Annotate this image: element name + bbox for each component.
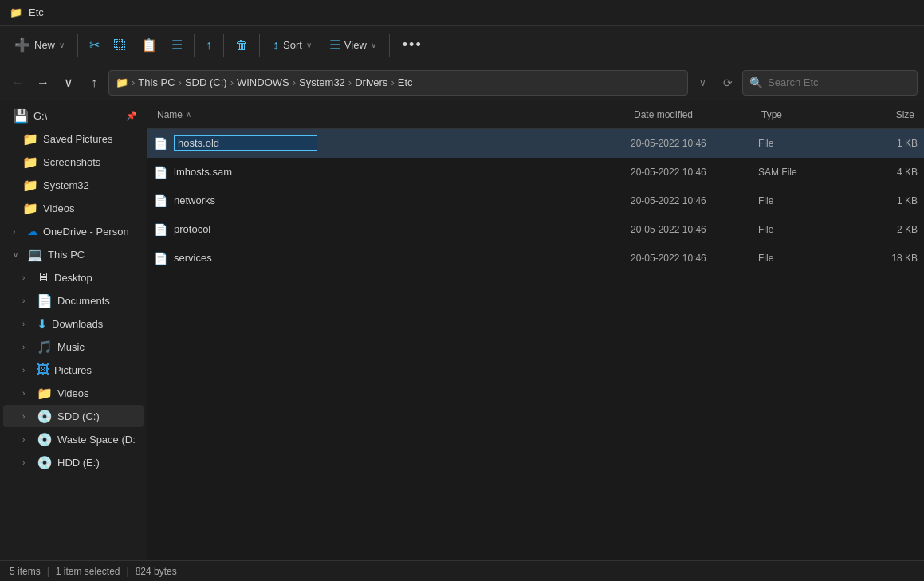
thispc-icon: 💻 — [27, 247, 43, 262]
paste-button[interactable]: 📋 — [135, 33, 163, 57]
waste-icon: 💿 — [37, 432, 53, 447]
sidebar-item-videos-g[interactable]: 📁 Videos — [3, 197, 144, 219]
breadcrumb[interactable]: 📁 › This PC › SDD (C:) › WINDOWS › Syste… — [108, 70, 688, 96]
more-button[interactable]: ••• — [395, 32, 431, 58]
col-date-label: Date modified — [634, 109, 693, 120]
downloads-expand-icon: › — [22, 320, 32, 328]
share-button[interactable]: ↑ — [199, 33, 218, 57]
toolbar-separator-1 — [77, 34, 78, 57]
sidebar-item-downloads[interactable]: › ⬇ Downloads — [3, 312, 144, 335]
sidebar-item-system32[interactable]: 📁 System32 — [3, 174, 144, 196]
sidebar-item-videos-pc[interactable]: › 📁 Videos — [3, 382, 144, 404]
onedrive-expand-icon: › — [13, 227, 22, 236]
breadcrumb-sdd[interactable]: SDD (C:) — [185, 77, 227, 88]
rename-icon: ☰ — [171, 37, 183, 53]
sdd-expand-icon: › — [22, 412, 32, 421]
breadcrumb-expand-button[interactable]: ∨ — [691, 72, 714, 94]
file-size-0: 1 KB — [854, 138, 918, 149]
file-name-2: networks — [174, 194, 631, 206]
forward-button[interactable]: → — [32, 72, 54, 94]
desktop-expand-icon: › — [22, 273, 32, 282]
file-date-0: 20-05-2022 10:46 — [631, 138, 758, 149]
up-button[interactable]: ↑ — [83, 72, 105, 94]
sidebar-item-pictures[interactable]: › 🖼 Pictures — [3, 359, 144, 381]
breadcrumb-sep-4: › — [348, 77, 352, 88]
file-type-1: SAM File — [758, 167, 854, 178]
sidebar-item-hdd-e[interactable]: › 💿 HDD (E:) — [3, 451, 144, 473]
sidebar-item-saved-pictures[interactable]: 📁 Saved Pictures — [3, 128, 144, 150]
breadcrumb-sep-5: › — [391, 77, 394, 88]
table-row[interactable]: 📄 services 20-05-2022 10:46 File 18 KB — [147, 244, 924, 273]
sort-button[interactable]: ↕ Sort ∨ — [265, 33, 320, 57]
status-bar: 5 items | 1 item selected | 824 bytes — [0, 560, 924, 581]
title-bar: 📁 Etc — [0, 0, 924, 26]
cut-icon: ✂ — [89, 37, 100, 53]
thispc-expand-icon: ∨ — [13, 250, 22, 259]
file-name-0 — [174, 135, 631, 151]
rename-button[interactable]: ☰ — [165, 33, 189, 57]
toolbar-separator-2 — [194, 34, 195, 57]
new-button[interactable]: ➕ New ∨ — [6, 33, 73, 57]
sidebar-item-music[interactable]: › 🎵 Music — [3, 336, 144, 358]
sort-icon: ↕ — [273, 38, 279, 53]
file-icon-0: 📄 — [154, 137, 167, 150]
sidebar-item-this-pc[interactable]: ∨ 💻 This PC — [3, 243, 144, 265]
rename-input[interactable] — [174, 135, 317, 151]
col-header-size[interactable]: Size — [854, 109, 918, 120]
hdd-expand-icon: › — [22, 458, 32, 467]
view-chevron-icon: ∨ — [371, 41, 376, 49]
forward-icon: → — [37, 76, 49, 90]
col-header-type[interactable]: Type — [758, 109, 854, 120]
view-label: View — [344, 39, 367, 51]
search-input[interactable] — [768, 77, 910, 88]
table-row[interactable]: 📄 networks 20-05-2022 10:46 File 1 KB — [147, 186, 924, 215]
table-row[interactable]: 📄 20-05-2022 10:46 File 1 KB — [147, 129, 924, 158]
sidebar-item-onedrive[interactable]: › ☁ OneDrive - Person — [3, 220, 144, 242]
delete-icon: 🗑 — [235, 38, 248, 53]
status-sep-2: | — [127, 566, 129, 577]
file-type-2: File — [758, 195, 854, 206]
col-header-name[interactable]: Name ∧ — [154, 109, 631, 120]
sidebar-item-waste-d[interactable]: › 💿 Waste Space (D: — [3, 428, 144, 450]
music-icon: 🎵 — [37, 340, 53, 355]
sidebar-item-screenshots[interactable]: 📁 Screenshots — [3, 151, 144, 173]
status-sep-1: | — [47, 566, 49, 577]
copy-button[interactable]: ⿻ — [108, 33, 133, 57]
col-header-date[interactable]: Date modified — [631, 109, 758, 120]
dropdown-button[interactable]: ∨ — [57, 72, 80, 94]
breadcrumb-sep-2: › — [230, 77, 234, 88]
sidebar-item-sdd-c[interactable]: › 💿 SDD (C:) — [3, 405, 144, 427]
breadcrumb-drivers[interactable]: Drivers — [355, 77, 387, 88]
breadcrumb-expand-icon: ∨ — [699, 77, 706, 88]
breadcrumb-system32[interactable]: System32 — [299, 77, 345, 88]
table-row[interactable]: 📄 lmhosts.sam 20-05-2022 10:46 SAM File … — [147, 158, 924, 186]
refresh-button[interactable]: ⟳ — [717, 72, 739, 94]
breadcrumb-thispc[interactable]: This PC — [138, 77, 175, 88]
downloads-icon: ⬇ — [37, 316, 47, 332]
pictures-expand-icon: › — [22, 366, 32, 375]
cut-button[interactable]: ✂ — [83, 33, 106, 57]
sidebar-item-desktop[interactable]: › 🖥 Desktop — [3, 266, 144, 289]
view-button[interactable]: ☰ View ∨ — [321, 33, 384, 57]
music-expand-icon: › — [22, 343, 32, 351]
desktop-icon: 🖥 — [37, 270, 49, 285]
breadcrumb-folder-icon: 📁 — [116, 77, 128, 88]
address-bar: ← → ∨ ↑ 📁 › This PC › SDD (C:) › WINDOWS… — [0, 65, 924, 100]
delete-button[interactable]: 🗑 — [229, 33, 254, 57]
breadcrumb-etc[interactable]: Etc — [398, 77, 413, 88]
more-icon: ••• — [403, 37, 423, 53]
file-area: Name ∧ Date modified Type Size 📄 20-05-2… — [147, 100, 924, 560]
back-button[interactable]: ← — [6, 72, 29, 94]
main-content: 💾 G:\ 📌 📁 Saved Pictures 📁 Screenshots 📁… — [0, 100, 924, 560]
videos-pc-icon: 📁 — [37, 386, 53, 401]
file-size-3: 2 KB — [854, 224, 918, 235]
search-box[interactable]: 🔍 — [742, 70, 918, 96]
table-row[interactable]: 📄 protocol 20-05-2022 10:46 File 2 KB — [147, 215, 924, 244]
breadcrumb-windows[interactable]: WINDOWS — [237, 77, 289, 88]
sidebar-item-g-drive[interactable]: 💾 G:\ 📌 — [3, 104, 144, 127]
sidebar-item-documents[interactable]: › 📄 Documents — [3, 289, 144, 312]
toolbar-separator-4 — [259, 34, 260, 57]
file-date-1: 20-05-2022 10:46 — [631, 167, 758, 178]
videos-g-icon: 📁 — [22, 201, 38, 216]
title-folder-icon: 📁 — [10, 6, 22, 18]
